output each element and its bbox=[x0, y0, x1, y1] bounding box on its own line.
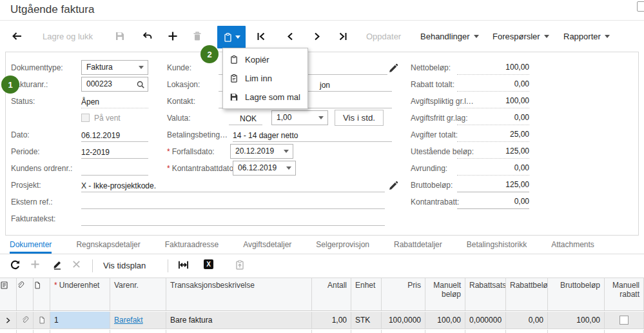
save-template-icon bbox=[229, 92, 239, 102]
clipboard-dropdown-button[interactable] bbox=[217, 26, 246, 48]
column-header-pris[interactable]: Pris bbox=[382, 278, 425, 310]
edit-kunde-icon[interactable] bbox=[389, 63, 398, 73]
fakturatekst-input[interactable] bbox=[81, 212, 385, 226]
cell-rabattbelop[interactable]: 0,00 bbox=[506, 312, 548, 328]
foresporsler-label: Forespørsler bbox=[493, 32, 540, 41]
first-record-button[interactable] bbox=[256, 32, 266, 41]
chevron-down-icon bbox=[318, 116, 324, 119]
add-button[interactable] bbox=[168, 31, 178, 41]
forfallsdato-select[interactable]: 20.12.2019 bbox=[230, 144, 293, 159]
nettobelop-label: Nettobeløp: bbox=[411, 60, 451, 76]
column-header-antall[interactable]: Antall bbox=[312, 278, 351, 310]
kontantrabatt-label: Kontantrabatt: bbox=[411, 194, 459, 210]
header-notes-column[interactable] bbox=[0, 278, 17, 310]
clipboard-icon bbox=[223, 32, 233, 43]
header-document-column[interactable] bbox=[34, 278, 50, 310]
column-header-manuell-rabatt[interactable]: Manuell rabatt bbox=[605, 278, 644, 310]
vis-i-std-button[interactable]: Vis i std. bbox=[335, 110, 384, 126]
cell-manuell-rabatt[interactable] bbox=[605, 312, 644, 328]
pa-vent-checkbox[interactable] bbox=[81, 114, 90, 122]
tab-attachments[interactable]: Attachments bbox=[551, 240, 594, 254]
grid-refresh-button[interactable] bbox=[10, 259, 21, 272]
foresporsler-menu[interactable]: Forespørsler bbox=[493, 32, 549, 41]
trash-icon bbox=[192, 31, 202, 41]
grid-row-1[interactable]: 1 Barefakt Bare faktura 1,00 STK 100,000… bbox=[0, 312, 644, 329]
fit-width-button[interactable] bbox=[178, 259, 189, 272]
cell-manuelt-belop[interactable]: 100,00 bbox=[425, 312, 465, 328]
tab-betalingshistorikk[interactable]: Betalingshistorikk bbox=[467, 240, 527, 254]
tab-fakturaadresse[interactable]: Fakturaadresse bbox=[165, 240, 219, 254]
column-header-varenr[interactable]: Varenr. bbox=[110, 278, 166, 310]
row-attachment-cell[interactable] bbox=[17, 312, 34, 328]
column-header-manuelt-belop[interactable]: Manuelt beløp bbox=[425, 278, 465, 310]
export-excel-button[interactable]: X bbox=[204, 259, 213, 269]
forfallsdato-value: 20.12.2019 bbox=[235, 146, 274, 156]
cell-antall[interactable]: 1,00 bbox=[312, 312, 351, 328]
prosjekt-input[interactable]: X - Ikke-prosjektkode. bbox=[81, 178, 385, 192]
save-button[interactable] bbox=[115, 31, 125, 41]
periode-input[interactable]: 12-2019 bbox=[81, 145, 148, 159]
cell-underenhet[interactable]: 1 bbox=[50, 312, 110, 328]
annotation-step-2: 2 bbox=[200, 45, 219, 63]
header-attachments-column[interactable] bbox=[17, 278, 34, 310]
kontantrabattdato-select[interactable]: 06.12.2019 bbox=[233, 161, 296, 176]
cell-enhet[interactable]: STK bbox=[351, 312, 382, 328]
fit-width-icon bbox=[178, 259, 189, 270]
kurs-select[interactable]: 1,00 bbox=[271, 110, 328, 125]
menu-item-kopier[interactable]: Kopiér bbox=[223, 50, 307, 69]
manuell-rabatt-checkbox[interactable] bbox=[620, 316, 629, 325]
previous-record-button[interactable] bbox=[286, 32, 295, 41]
x-icon bbox=[72, 259, 81, 269]
undo-icon bbox=[142, 32, 153, 41]
arrow-left-icon bbox=[12, 31, 23, 41]
back-button[interactable] bbox=[12, 31, 23, 41]
next-record-button[interactable] bbox=[313, 32, 322, 41]
valuta-input[interactable]: NOK bbox=[229, 111, 262, 125]
paste-icon bbox=[229, 74, 239, 83]
edit-prosjekt-icon[interactable] bbox=[389, 181, 398, 190]
save-and-close-button[interactable]: Lagre og lukk bbox=[43, 32, 93, 41]
dokumenttype-select[interactable]: Faktura bbox=[81, 60, 148, 75]
column-header-bruttobelop[interactable]: Bruttobeløp bbox=[548, 278, 605, 310]
vis-tidsplan-button[interactable]: Vis tidsplan bbox=[103, 261, 146, 270]
cell-varenr[interactable]: Barefakt bbox=[110, 312, 166, 328]
dato-input[interactable]: 06.12.2019 bbox=[81, 128, 148, 142]
cell-transaksjonsbeskrivelse[interactable]: Bare faktura bbox=[166, 312, 312, 328]
ekstern-ref-input[interactable] bbox=[81, 195, 385, 209]
betalingsbetingelser-value: 14 - 14 dager netto bbox=[233, 131, 298, 140]
column-header-underenhet[interactable]: *Underenhet bbox=[50, 278, 110, 310]
tab-rabattdetaljer[interactable]: Rabattdetaljer bbox=[394, 240, 442, 254]
delete-button[interactable] bbox=[192, 31, 202, 41]
behandlinger-menu[interactable]: Behandlinger bbox=[420, 32, 479, 41]
cell-bruttobelop[interactable]: 100,00 bbox=[548, 312, 605, 328]
betalingsbetingelser-input[interactable]: 14 - 14 dager netto bbox=[233, 128, 392, 142]
grid-edit-row-button[interactable] bbox=[52, 259, 63, 272]
menu-item-lagre-som-mal[interactable]: Lagre som mal bbox=[223, 88, 307, 106]
cell-pris[interactable]: 100,0000 bbox=[382, 312, 425, 328]
tab-selgerprovisjon[interactable]: Selgerprovisjon bbox=[316, 240, 369, 254]
undo-button[interactable] bbox=[142, 32, 153, 41]
notes-corner-icon[interactable] bbox=[637, 1, 644, 12]
tab-dokumenter[interactable]: Dokumenter bbox=[10, 240, 52, 254]
rapporter-menu[interactable]: Rapporter bbox=[563, 32, 610, 41]
row-note-cell[interactable] bbox=[34, 312, 50, 328]
row-selector[interactable] bbox=[0, 312, 17, 328]
grid-delete-row-button[interactable] bbox=[72, 259, 81, 271]
menu-item-lim-inn[interactable]: Lim inn bbox=[223, 69, 307, 88]
refresh-button[interactable]: Oppdater bbox=[366, 32, 401, 41]
column-header-transaksjonsbeskrivelse[interactable]: Transaksjonsbeskrivelse bbox=[166, 278, 312, 310]
last-record-button[interactable] bbox=[338, 32, 348, 41]
varenr-link[interactable]: Barefakt bbox=[114, 316, 143, 325]
tab-avgiftsdetaljer[interactable]: Avgiftsdetaljer bbox=[243, 240, 291, 254]
fakturanr-input[interactable]: 000223 bbox=[81, 77, 148, 92]
search-icon[interactable] bbox=[136, 80, 145, 89]
column-header-rabattbelop[interactable]: Rabattbeløp bbox=[506, 278, 548, 310]
utestaende-value: 125,00 bbox=[457, 145, 529, 159]
column-header-enhet[interactable]: Enhet bbox=[351, 278, 382, 310]
kundens-ordrenr-input[interactable] bbox=[81, 161, 148, 176]
import-records-button[interactable] bbox=[235, 259, 245, 272]
grid-add-row-button[interactable] bbox=[30, 259, 40, 271]
tab-regnskapsdetaljer[interactable]: Regnskapsdetaljer bbox=[76, 240, 140, 254]
cell-rabattsats[interactable]: 0,000000 bbox=[465, 312, 506, 328]
column-header-rabattsats[interactable]: Rabattsats bbox=[465, 278, 506, 310]
